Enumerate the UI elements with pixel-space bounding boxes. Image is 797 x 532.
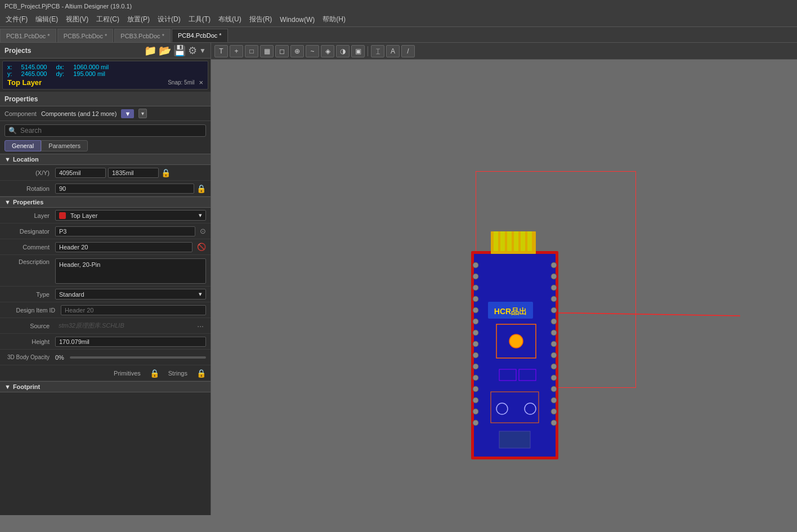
properties-title: Properties (5, 95, 38, 103)
svg-point-30 (551, 285, 557, 290)
search-input[interactable] (20, 127, 202, 135)
dy-label: dy: (56, 70, 64, 77)
svg-point-39 (551, 386, 557, 392)
svg-point-16 (473, 296, 478, 302)
tool-text[interactable]: T (214, 45, 228, 57)
tool-pad[interactable]: ◈ (321, 45, 334, 57)
menu-tools[interactable]: 工具(T) (185, 14, 214, 25)
menu-view[interactable]: 视图(V) (62, 14, 92, 25)
search-icon: 🔍 (8, 127, 17, 135)
tool-line[interactable]: / (401, 45, 415, 57)
height-input[interactable] (55, 337, 206, 347)
svg-point-33 (551, 319, 557, 324)
menu-report[interactable]: 报告(R) (246, 14, 276, 25)
svg-point-24 (473, 386, 478, 392)
type-select[interactable]: Standard ▾ (55, 289, 206, 299)
tab-parameters[interactable]: Parameters (41, 140, 88, 151)
menu-place[interactable]: 放置(P) (124, 14, 153, 25)
component-row: Component Components (and 12 more) ▼ ▾ (0, 106, 211, 121)
canvas-area: HCR品出 (211, 60, 797, 515)
tab-pcb5[interactable]: PCB5.PcbDoc * (57, 29, 114, 42)
tab-pcb3[interactable]: PCB3.PcbDoc * (114, 29, 171, 42)
xy-label: (X/Y) (5, 169, 55, 176)
tab-pcb1[interactable]: PCB1.PcbDoc * (0, 29, 56, 42)
svg-point-41 (551, 409, 557, 414)
projects-icon-new[interactable]: 📁 (144, 44, 156, 57)
type-value: Standard ▾ (55, 289, 206, 299)
source-three-dots[interactable]: ··· (195, 321, 206, 330)
location-section-title: Location (13, 156, 39, 163)
rotation-value: 🔒 (55, 184, 206, 194)
menu-edit[interactable]: 编辑(E) (32, 14, 61, 25)
comment-hide-icon[interactable]: 🚫 (197, 243, 206, 251)
svg-point-23 (473, 375, 478, 381)
layer-select[interactable]: Top Layer ▾ (55, 210, 206, 221)
svg-point-32 (551, 307, 557, 313)
menu-window[interactable]: Window(W) (276, 15, 318, 25)
tool-fill[interactable]: ▦ (260, 45, 274, 57)
designator-row: Designator ⊙ (0, 223, 211, 239)
tool-plus[interactable]: + (230, 45, 243, 57)
type-label: Type (5, 291, 55, 298)
layer-row: Layer Top Layer ▾ (0, 208, 211, 223)
xy-lock-icon[interactable]: 🔒 (161, 168, 171, 177)
primitives-lock-icon[interactable]: 🔒 (150, 369, 159, 378)
properties-section-header[interactable]: ▼ Properties (0, 196, 211, 208)
comment-input[interactable] (55, 242, 192, 252)
y-value: 2465.000 (21, 70, 47, 77)
projects-icon-settings[interactable]: ⚙ (188, 44, 197, 57)
source-input[interactable] (55, 321, 192, 330)
tool-via[interactable]: ⊕ (290, 45, 304, 57)
svg-point-38 (551, 375, 557, 381)
tool-poly[interactable]: ◻ (275, 45, 289, 57)
source-row: Source ··· (0, 318, 211, 334)
menu-file[interactable]: 文件(F) (2, 14, 31, 25)
projects-dropdown[interactable]: ▼ (199, 47, 206, 55)
tab-general[interactable]: General (5, 140, 41, 151)
tool-half[interactable]: ◑ (336, 45, 350, 57)
rotation-lock-icon[interactable]: 🔒 (196, 184, 206, 193)
svg-rect-7 (494, 231, 498, 251)
tab-pcb4[interactable]: PCB4.PcbDoc * (172, 29, 228, 42)
type-select-text: Standard (59, 291, 84, 298)
tab-bar: PCB1.PcbDoc * PCB5.PcbDoc * PCB3.PcbDoc … (0, 27, 797, 43)
menu-bar: 文件(F) 编辑(E) 视图(V) 工程(C) 放置(P) 设计(D) 工具(T… (0, 12, 797, 27)
layer-label: Layer (5, 212, 55, 219)
strings-lock-icon[interactable]: 🔒 (196, 369, 206, 378)
designator-input[interactable] (55, 226, 195, 236)
location-section-header[interactable]: ▼ Location (0, 154, 211, 165)
tool-rect[interactable]: □ (245, 45, 258, 57)
menu-design[interactable]: 设计(D) (154, 14, 184, 25)
filter-button[interactable]: ▼ (121, 109, 134, 118)
coord-popup-close[interactable]: × (199, 78, 203, 87)
projects-icon-save[interactable]: 💾 (173, 44, 186, 57)
designator-eye-icon[interactable]: ⊙ (200, 227, 206, 235)
x-input[interactable] (55, 168, 106, 178)
y-input[interactable] (108, 168, 159, 178)
svg-point-14 (473, 274, 478, 279)
description-row: Description Header, 20-Pin (0, 255, 211, 287)
svg-point-21 (473, 352, 478, 358)
tool-arc[interactable]: ~ (306, 45, 319, 57)
x-value: 5145.000 (21, 64, 47, 70)
description-textarea[interactable]: Header, 20-Pin (55, 258, 206, 284)
svg-rect-9 (507, 231, 512, 251)
svg-point-35 (551, 341, 557, 347)
svg-point-29 (551, 274, 557, 279)
projects-icon-open[interactable]: 📂 (159, 44, 171, 57)
body-opacity-label: 3D Body Opacity (5, 354, 55, 360)
rotation-input[interactable] (55, 184, 194, 194)
tool-grid[interactable]: ▣ (351, 45, 365, 57)
svg-point-18 (473, 319, 478, 324)
opacity-slider[interactable] (70, 356, 206, 359)
menu-help[interactable]: 帮助(H) (319, 14, 349, 25)
tool-measure[interactable]: ⌶ (371, 45, 384, 57)
menu-route[interactable]: 布线(U) (215, 14, 245, 25)
svg-rect-8 (500, 231, 505, 251)
rotation-row: Rotation 🔒 (0, 181, 211, 196)
component-dropdown-btn[interactable]: ▾ (138, 109, 147, 118)
menu-project[interactable]: 工程(C) (93, 14, 123, 25)
footprint-section-header[interactable]: ▼ Footprint (0, 381, 211, 392)
tool-annot[interactable]: A (386, 45, 400, 57)
design-item-id-input[interactable] (61, 305, 206, 315)
